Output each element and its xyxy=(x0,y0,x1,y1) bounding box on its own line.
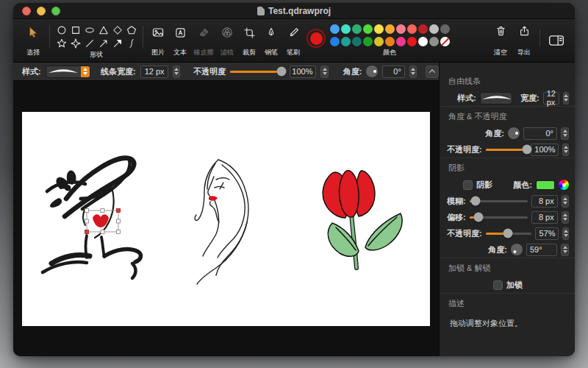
text-tool-button[interactable]: 文本 xyxy=(169,19,191,62)
shadow-opacity-stepper[interactable] xyxy=(562,227,569,240)
color-swatch[interactable] xyxy=(330,37,340,46)
sidebar-opacity-stepper[interactable] xyxy=(562,144,569,156)
sidebar-opacity-slider[interactable] xyxy=(486,149,528,151)
shadow-checkbox[interactable] xyxy=(463,180,473,190)
color-swatch[interactable] xyxy=(407,37,417,46)
no-color-swatch[interactable] xyxy=(440,37,450,46)
zoom-button[interactable] xyxy=(51,7,60,15)
palette-label: 颜色 xyxy=(383,48,396,57)
filter-tool-button[interactable]: 滤镜 xyxy=(216,19,238,62)
pen-tool-button[interactable]: 钢笔 xyxy=(260,19,282,62)
color-swatch[interactable] xyxy=(341,24,351,34)
color-swatch[interactable] xyxy=(341,37,351,46)
sidebar-angle-knob[interactable] xyxy=(508,127,520,139)
free-line-section: 自由线条 样式: 宽度: 12 px xyxy=(440,63,575,106)
lock-checkbox[interactable] xyxy=(493,280,503,290)
angle-knob[interactable] xyxy=(366,66,378,77)
clear-button[interactable]: 清空 xyxy=(489,19,512,62)
color-swatch[interactable] xyxy=(363,37,373,46)
ellipse-shape-icon[interactable] xyxy=(85,25,95,35)
curve-shape-icon[interactable] xyxy=(126,38,137,49)
color-swatch[interactable] xyxy=(363,24,373,34)
color-swatch[interactable] xyxy=(374,37,384,46)
artwork-ink-woman-portrait[interactable] xyxy=(43,158,140,278)
angle-field[interactable]: 0° xyxy=(382,66,404,78)
opacity-field[interactable]: 100% xyxy=(290,66,316,78)
square-shape-icon[interactable] xyxy=(71,25,81,35)
free-line-section-title: 自由线条 xyxy=(440,71,575,90)
shadow-angle-field[interactable]: 59° xyxy=(526,244,557,256)
angle-stepper[interactable] xyxy=(409,66,417,78)
image-icon xyxy=(152,25,164,40)
shadow-opacity-slider[interactable] xyxy=(486,233,532,235)
shadow-offset-slider[interactable] xyxy=(470,216,528,219)
four-point-star-shape-icon[interactable] xyxy=(71,38,81,49)
color-wheel-icon[interactable] xyxy=(559,180,569,190)
brush-tool-button[interactable]: 笔刷 xyxy=(282,19,304,62)
sidebar-angle-field[interactable]: 0° xyxy=(523,127,557,140)
crop-tool-button[interactable]: 裁剪 xyxy=(238,19,260,62)
sidebar-style-dropdown[interactable] xyxy=(480,92,512,105)
current-color-well[interactable] xyxy=(304,19,328,62)
line-width-field[interactable]: 12 px xyxy=(140,66,168,78)
sidebar-angle-stepper[interactable] xyxy=(561,127,569,140)
pentagon-shape-icon[interactable] xyxy=(126,25,137,35)
brush-icon xyxy=(288,25,299,40)
color-swatch[interactable] xyxy=(330,24,340,34)
shadow-blur-stepper[interactable] xyxy=(562,195,569,208)
shadow-blur-field[interactable]: 8 px xyxy=(531,195,558,208)
color-swatch[interactable] xyxy=(396,24,406,34)
line-width-label: 线条宽度: xyxy=(101,66,136,77)
style-stepper[interactable] xyxy=(81,66,90,77)
collapse-options-button[interactable] xyxy=(426,66,439,78)
triangle-shape-icon[interactable] xyxy=(98,25,109,35)
color-swatch[interactable] xyxy=(352,24,362,34)
diamond-shape-icon[interactable] xyxy=(112,25,123,35)
inspector-sidebar: 自由线条 样式: 宽度: 12 px xyxy=(439,63,575,356)
color-swatch[interactable] xyxy=(418,24,428,34)
shadow-blur-slider[interactable] xyxy=(470,200,528,202)
shadow-angle-knob[interactable] xyxy=(511,244,523,255)
shadow-offset-field[interactable]: 8 px xyxy=(531,211,558,224)
shadow-opacity-field[interactable]: 57% xyxy=(535,227,559,240)
opacity-stepper[interactable] xyxy=(320,66,328,78)
sidebar-toggle-button[interactable] xyxy=(544,19,569,62)
color-swatch[interactable] xyxy=(374,24,384,34)
shadow-angle-stepper[interactable] xyxy=(561,244,569,256)
color-swatch[interactable] xyxy=(429,37,439,46)
eraser-tool-button[interactable]: 橡皮擦 xyxy=(191,19,216,62)
artwork-line-art-woman[interactable] xyxy=(195,160,248,284)
close-button[interactable] xyxy=(22,7,31,15)
image-tool-button[interactable]: 图片 xyxy=(147,19,169,62)
color-swatch[interactable] xyxy=(418,37,428,46)
line-shape-icon[interactable] xyxy=(85,38,95,49)
shadow-color-swatch[interactable] xyxy=(536,180,555,190)
line-width-stepper[interactable] xyxy=(173,66,180,78)
color-swatch[interactable] xyxy=(352,37,362,46)
style-dropdown[interactable] xyxy=(46,66,90,78)
options-bar: 样式: 线条宽度: 12 px 不透明度 100% xyxy=(13,63,439,81)
color-swatch[interactable] xyxy=(396,37,406,46)
active-handle[interactable] xyxy=(85,230,89,234)
drawing-canvas[interactable] xyxy=(22,112,430,326)
color-swatch[interactable] xyxy=(407,24,417,34)
select-tool-button[interactable]: 选择 xyxy=(21,19,46,62)
star-shape-icon[interactable] xyxy=(57,38,67,49)
export-button[interactable]: 导出 xyxy=(512,19,536,62)
color-swatch[interactable] xyxy=(429,24,439,34)
sidebar-opacity-field[interactable]: 100% xyxy=(531,144,559,156)
color-swatch[interactable] xyxy=(440,24,450,34)
active-handle[interactable] xyxy=(117,209,121,213)
circle-shape-icon[interactable] xyxy=(57,25,67,35)
shadow-offset-stepper[interactable] xyxy=(562,211,569,224)
arrow-shape-icon[interactable] xyxy=(98,38,109,49)
opacity-slider[interactable] xyxy=(230,71,282,73)
color-swatch[interactable] xyxy=(385,37,395,46)
sidebar-width-stepper[interactable] xyxy=(563,92,569,105)
color-swatch[interactable] xyxy=(385,24,395,34)
sidebar-width-field[interactable]: 12 px xyxy=(543,92,559,105)
eraser-tool-label: 橡皮擦 xyxy=(194,48,214,57)
solid-arrow-shape-icon[interactable] xyxy=(112,38,123,49)
artwork-red-tulip[interactable] xyxy=(323,171,402,268)
minimize-button[interactable] xyxy=(37,7,46,15)
